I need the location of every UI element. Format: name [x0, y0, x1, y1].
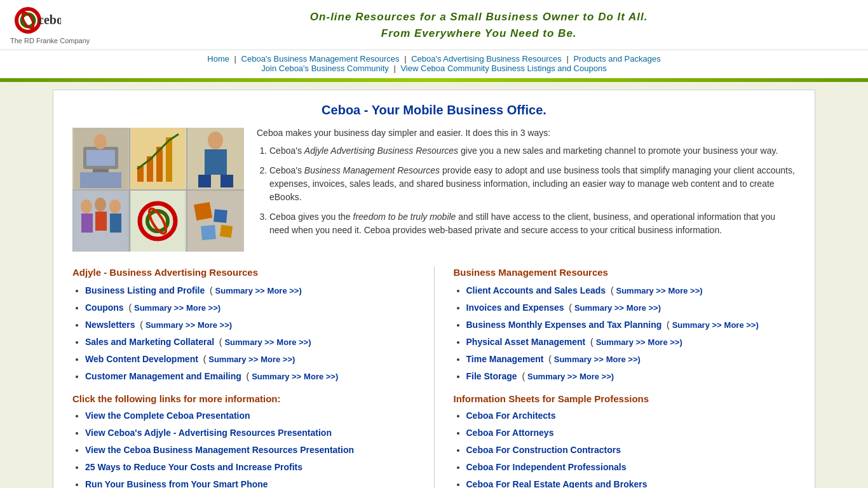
business-listing-summary[interactable]: Summary >>: [215, 286, 265, 295]
web-content-more[interactable]: More >>): [261, 355, 295, 364]
list-item: Coupons ( Summary >> More >>): [85, 301, 415, 315]
info-sheets-title: Information Sheets for Sample Profession…: [454, 393, 796, 404]
svg-text:ceboa: ceboa: [38, 13, 61, 27]
newsletters-summary[interactable]: Summary >>: [146, 320, 195, 330]
info-sheets-list: Ceboa For Architects Ceboa For Attorneys…: [466, 409, 796, 488]
list-item: View the Complete Ceboa Presentation: [85, 409, 415, 423]
nav-sep-2: |: [404, 54, 406, 64]
list-item: Physical Asset Management ( Summary >> M…: [466, 336, 796, 349]
web-content-summary[interactable]: Summary >>: [208, 355, 258, 364]
nav-community-listings[interactable]: View Ceboa Community Business Listings a…: [400, 64, 606, 73]
smart-phone-link[interactable]: Run Your Business from Your Smart Phone: [85, 479, 268, 488]
list-item: Business Listing and Profile ( Summary >…: [85, 284, 415, 297]
biz-expenses-link[interactable]: Business Monthly Expenses and Tax Planni…: [466, 320, 662, 330]
page-title: Ceboa - Your Mobile Business Office.: [72, 103, 796, 118]
header: ceboa The RD Franke Company On-line Reso…: [0, 0, 868, 50]
intro-text: Ceboa makes your business day simpler an…: [257, 128, 796, 252]
biz-expenses-summary[interactable]: Summary >>: [672, 320, 722, 330]
sales-marketing-more[interactable]: More >>): [276, 337, 311, 347]
right-column: Business Management Resources Client Acc…: [454, 267, 796, 488]
full-presentation-link[interactable]: View the Complete Ceboa Presentation: [85, 410, 250, 421]
left-col-list: Business Listing and Profile ( Summary >…: [85, 284, 415, 383]
construction-link[interactable]: Ceboa For Construction Contractors: [466, 445, 621, 455]
list-item: File Storage ( Summary >> More >>): [466, 370, 796, 383]
right-col-title: Business Management Resources: [454, 267, 796, 278]
list-item: View the Ceboa Business Management Resou…: [85, 444, 415, 457]
biz-expenses-more[interactable]: More >>): [724, 320, 759, 330]
nav-business-mgmt[interactable]: Ceboa's Business Management Resources: [241, 54, 400, 64]
coupons-more[interactable]: More >>): [186, 303, 220, 313]
file-storage-more[interactable]: More >>): [580, 372, 614, 381]
list-item: Run Your Business from Your Smart Phone: [85, 478, 415, 488]
nav-products[interactable]: Products and Packages: [573, 54, 660, 64]
svg-rect-7: [93, 169, 109, 172]
nav-sep-3: |: [566, 54, 568, 64]
two-column-section: Adjyle - Business Advertising Resources …: [72, 267, 796, 488]
adjyle-presentation-link[interactable]: View Ceboa's Adjyle - Advertising Resour…: [85, 428, 332, 438]
list-item: Client Accounts and Sales Leads ( Summar…: [466, 284, 796, 297]
coupons-summary[interactable]: Summary >>: [134, 303, 184, 313]
tagline: On-line Resources for a Small Business O…: [100, 5, 858, 41]
svg-rect-35: [220, 225, 233, 238]
physical-asset-summary[interactable]: Summary >>: [596, 337, 646, 347]
time-mgmt-link[interactable]: Time Management: [466, 354, 544, 364]
ceboa-logo-icon: ceboa: [10, 5, 61, 36]
list-item: Ceboa For Construction Contractors: [466, 444, 796, 457]
real-estate-agents-link[interactable]: Ceboa For Real Estate Agents and Brokers: [466, 479, 648, 488]
intro-item-3: Ceboa gives you the freedom to be truly …: [269, 210, 796, 237]
invoices-expenses-more[interactable]: More >>): [627, 303, 661, 313]
architects-link[interactable]: Ceboa For Architects: [466, 410, 556, 421]
intro-list: Ceboa's Adjyle Advertising Business Reso…: [269, 144, 796, 237]
physical-asset-link[interactable]: Physical Asset Management: [466, 337, 586, 347]
time-mgmt-summary[interactable]: Summary >>: [554, 355, 604, 364]
svg-rect-24: [95, 212, 107, 231]
nav-bar: Home | Ceboa's Business Management Resou…: [0, 50, 868, 78]
list-item: Business Monthly Expenses and Tax Planni…: [466, 318, 796, 332]
client-accounts-link[interactable]: Client Accounts and Sales Leads: [466, 285, 606, 295]
file-storage-link[interactable]: File Storage: [466, 371, 517, 381]
biz-mgmt-presentation-link[interactable]: View the Ceboa Business Management Resou…: [85, 445, 354, 455]
nav-join-community[interactable]: Join Ceboa's Business Community: [261, 64, 388, 73]
list-item: 25 Ways to Reduce Your Costs and Increas…: [85, 461, 415, 474]
invoices-expenses-summary[interactable]: Summary >>: [574, 303, 624, 313]
svg-rect-34: [201, 225, 216, 240]
list-item: View Ceboa's Adjyle - Advertising Resour…: [85, 426, 415, 440]
nav-sep-4: |: [393, 64, 395, 73]
collage-cell-4: [72, 191, 129, 252]
list-item: Ceboa For Independent Professionals: [466, 461, 796, 474]
svg-rect-22: [81, 214, 93, 233]
svg-rect-17: [205, 149, 227, 175]
customer-mgmt-more[interactable]: More >>): [304, 372, 338, 381]
client-accounts-more[interactable]: More >>): [668, 286, 702, 295]
coupons-link[interactable]: Coupons: [85, 302, 124, 313]
collage-cell-5: [130, 191, 187, 252]
nav-home[interactable]: Home: [207, 54, 229, 64]
time-mgmt-more[interactable]: More >>): [606, 355, 641, 364]
newsletters-more[interactable]: More >>): [198, 320, 232, 330]
nav-advertising[interactable]: Ceboa's Advertising Business Resources: [411, 54, 562, 64]
attorneys-link[interactable]: Ceboa For Attorneys: [466, 428, 554, 438]
intro-section: Ceboa makes your business day simpler an…: [72, 128, 796, 252]
newsletters-link[interactable]: Newsletters: [85, 320, 135, 330]
list-item: Sales and Marketing Collateral ( Summary…: [85, 336, 415, 349]
left-column: Adjyle - Business Advertising Resources …: [72, 267, 415, 488]
svg-rect-26: [110, 214, 121, 233]
collage-cell-2: [130, 128, 187, 189]
25-ways-link[interactable]: 25 Ways to Reduce Your Costs and Increas…: [85, 462, 302, 472]
client-accounts-summary[interactable]: Summary >>: [616, 286, 666, 295]
sales-marketing-summary[interactable]: Summary >>: [224, 337, 274, 347]
customer-mgmt-summary[interactable]: Summary >>: [252, 372, 301, 381]
business-listing-link[interactable]: Business Listing and Profile: [85, 285, 205, 295]
business-listing-more[interactable]: More >>): [268, 286, 302, 295]
right-col-list: Client Accounts and Sales Leads ( Summar…: [466, 284, 796, 383]
sales-marketing-link[interactable]: Sales and Marketing Collateral: [85, 337, 214, 347]
collage-cell-6: [187, 191, 244, 252]
independent-professionals-link[interactable]: Ceboa For Independent Professionals: [466, 462, 627, 472]
physical-asset-more[interactable]: More >>): [648, 337, 682, 347]
customer-mgmt-link[interactable]: Customer Management and Emailing: [85, 371, 241, 381]
list-item: Ceboa For Real Estate Agents and Brokers: [466, 478, 796, 488]
file-storage-summary[interactable]: Summary >>: [527, 372, 577, 381]
invoices-expenses-link[interactable]: Invoices and Expenses: [466, 302, 564, 313]
intro-image: [72, 128, 244, 252]
web-content-link[interactable]: Web Content Development: [85, 354, 198, 364]
